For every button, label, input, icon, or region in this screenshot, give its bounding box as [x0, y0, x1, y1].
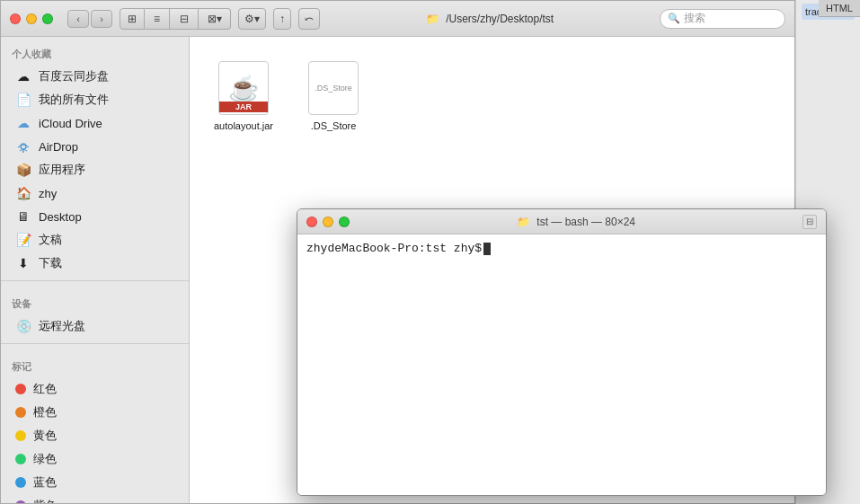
traffic-lights	[10, 13, 53, 24]
path-display: 📁 /Users/zhy/Desktop/tst	[327, 13, 652, 25]
applications-icon: 📦	[15, 162, 31, 178]
desktop-icon: 🖥	[15, 208, 31, 225]
view-toggle-group: ⊞ ≡ ⊟ ⊠▾	[120, 8, 231, 30]
action-gear-button[interactable]: ⚙▾	[238, 8, 266, 30]
sidebar-item-label: 百度云同步盘	[39, 68, 109, 84]
sidebar-item-label: 我的所有文件	[39, 92, 109, 108]
finder-titlebar: ‹ › ⊞ ≡ ⊟ ⊠▾ ⚙▾ ↑ ⤺ 📁 /Users/zhy/Desktop…	[1, 1, 794, 37]
view-icon-button[interactable]: ⊞	[120, 8, 145, 30]
sidebar-item-remotedisc[interactable]: 💿 远程光盘	[4, 314, 185, 338]
view-cover-button[interactable]: ⊠▾	[199, 8, 231, 30]
jar-badge: JAR	[219, 102, 268, 112]
sidebar-item-orange[interactable]: 橙色	[4, 401, 185, 424]
file-item-dsstore[interactable]: .DS_Store .DS_Store	[297, 55, 369, 136]
icloud-icon: ☁	[15, 115, 31, 131]
jar-icon-inner: ☕ JAR	[218, 61, 269, 115]
sidebar-item-label: 文稿	[39, 232, 62, 248]
terminal-fullscreen-button[interactable]	[339, 217, 350, 227]
yellow-dot	[15, 430, 26, 441]
allfiles-icon: 📄	[15, 92, 31, 108]
sidebar-item-allfiles[interactable]: 📄 我的所有文件	[4, 88, 185, 111]
green-dot	[15, 454, 26, 464]
file-name-dsstore: .DS_Store	[311, 120, 357, 131]
dsstore-icon: .DS_Store	[305, 59, 362, 117]
close-button[interactable]	[10, 13, 21, 24]
blue-dot	[15, 477, 26, 488]
terminal-prompt-line: zhydeMacBook-Pro:tst zhy$	[306, 242, 817, 255]
terminal-window: 📁 tst — bash — 80×24 ⊟ zhydeMacBook-Pro:…	[297, 208, 827, 496]
back-button[interactable]: ‹	[67, 10, 89, 28]
orange-dot	[15, 407, 26, 418]
terminal-titlebar: 📁 tst — bash — 80×24 ⊟	[297, 209, 826, 234]
forward-button[interactable]: ›	[91, 10, 112, 28]
terminal-title-text: tst — bash — 80×24	[536, 216, 635, 228]
sidebar-item-label: zhy	[39, 187, 57, 200]
sidebar-item-green[interactable]: 绿色	[4, 447, 185, 471]
sidebar-item-airdrop[interactable]: AirDrop	[4, 135, 185, 158]
path-folder-icon: 📁	[426, 13, 439, 25]
tags-label: 标记	[1, 349, 189, 377]
sidebar-item-label: 远程光盘	[39, 318, 85, 334]
sidebar-item-label: 绿色	[33, 451, 57, 467]
sidebar-item-downloads[interactable]: ⬇ 下载	[4, 252, 185, 275]
html-tab[interactable]: HTML	[819, 0, 860, 17]
documents-icon: 📝	[15, 232, 31, 248]
sidebar-item-documents[interactable]: 📝 文稿	[4, 228, 185, 252]
terminal-traffic-lights	[306, 217, 350, 227]
terminal-prompt-text: zhydeMacBook-Pro:tst zhy$	[306, 242, 482, 255]
ds-store-icon-inner: .DS_Store	[308, 61, 359, 115]
sidebar-item-yellow[interactable]: 黄色	[4, 424, 185, 447]
view-list-button[interactable]: ≡	[145, 8, 170, 30]
sidebar-item-label: 下载	[39, 255, 62, 271]
search-icon: 🔍	[668, 13, 680, 24]
terminal-body[interactable]: zhydeMacBook-Pro:tst zhy$	[297, 234, 826, 495]
sidebar-item-applications[interactable]: 📦 应用程序	[4, 158, 185, 181]
terminal-folder-icon: 📁	[517, 216, 533, 228]
terminal-minimize-button[interactable]	[323, 217, 333, 227]
sidebar-item-red[interactable]: 红色	[4, 377, 185, 401]
file-name-jar: autolayout.jar	[214, 120, 273, 131]
sidebar-item-label: 橙色	[33, 404, 57, 420]
search-placeholder: 搜索	[684, 11, 705, 26]
purple-dot	[15, 500, 26, 503]
sidebar: 个人收藏 ☁ 百度云同步盘 📄 我的所有文件 ☁ iCloud Drive	[1, 37, 190, 503]
coffee-emoji: ☕	[228, 74, 260, 103]
sidebar-item-home[interactable]: 🏠 zhy	[4, 181, 185, 205]
jar-icon: ☕ JAR	[215, 59, 272, 117]
sidebar-item-label: 紫色	[33, 498, 57, 503]
file-grid: ☕ JAR autolayout.jar .DS_Store .DS_Store	[208, 55, 776, 136]
sidebar-item-label: iCloud Drive	[39, 117, 102, 130]
home-icon: 🏠	[15, 185, 31, 201]
red-dot	[15, 384, 26, 394]
terminal-title: 📁 tst — bash — 80×24	[357, 216, 795, 228]
sidebar-item-blue[interactable]: 蓝色	[4, 471, 185, 494]
sidebar-item-label: AirDrop	[39, 140, 78, 154]
sidebar-divider	[1, 280, 189, 281]
file-item-jar[interactable]: ☕ JAR autolayout.jar	[208, 55, 279, 136]
sidebar-item-label: Desktop	[39, 210, 82, 224]
path-text: /Users/zhy/Desktop/tst	[446, 13, 554, 25]
devices-label: 设备	[1, 287, 189, 314]
sidebar-item-label: 黄色	[33, 428, 57, 444]
sidebar-item-label: 应用程序	[39, 162, 85, 178]
airdrop-icon	[15, 138, 31, 155]
back-arrow-button[interactable]: ⤺	[298, 8, 320, 30]
nav-arrows: ‹ ›	[67, 10, 112, 28]
share-button[interactable]: ↑	[273, 8, 291, 30]
downloads-icon: ⬇	[15, 255, 31, 271]
sidebar-divider-2	[1, 343, 189, 344]
view-column-button[interactable]: ⊟	[170, 8, 199, 30]
sidebar-item-icloud[interactable]: ☁ iCloud Drive	[4, 111, 185, 135]
sidebar-item-baidu[interactable]: ☁ 百度云同步盘	[4, 65, 185, 88]
terminal-close-button[interactable]	[306, 217, 317, 227]
search-box[interactable]: 🔍 搜索	[660, 9, 785, 29]
favorites-label: 个人收藏	[1, 37, 189, 65]
terminal-cursor	[483, 243, 491, 255]
sidebar-item-desktop[interactable]: 🖥 Desktop	[4, 205, 185, 228]
baidu-cloud-icon: ☁	[15, 68, 31, 84]
terminal-maximize-button[interactable]: ⊟	[802, 215, 817, 229]
disc-icon: 💿	[15, 318, 31, 334]
sidebar-item-purple[interactable]: 紫色	[4, 494, 185, 503]
fullscreen-button[interactable]	[42, 13, 53, 24]
minimize-button[interactable]	[26, 13, 37, 24]
